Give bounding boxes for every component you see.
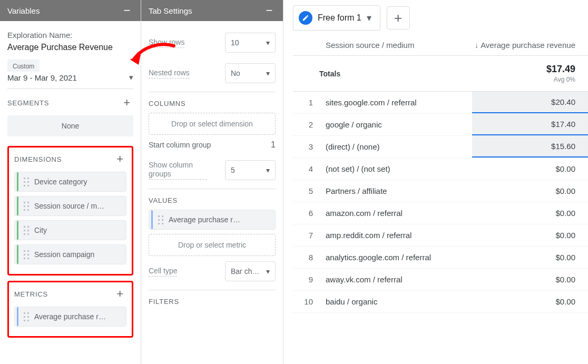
date-range-chip: Custom: [7, 60, 40, 72]
date-range-value: Mar 9 - Mar 9, 2021: [7, 73, 77, 82]
metric-pill[interactable]: Average purchase r…: [14, 307, 126, 327]
show-column-groups-row: Show column groups 5 ▾: [149, 155, 276, 185]
show-rows-select[interactable]: 10 ▾: [225, 33, 276, 53]
values-title: VALUES: [149, 196, 276, 204]
exploration-name-value[interactable]: Average Purchase Revenue: [7, 43, 133, 52]
dimension-pill[interactable]: City: [14, 220, 126, 240]
values-pill-label: Average purchase r…: [169, 215, 240, 224]
dimension-pill-label: Device category: [34, 178, 87, 186]
drag-handle-icon[interactable]: [23, 176, 30, 187]
table-row[interactable]: 10baidu / organic$0.00: [293, 291, 588, 313]
row-index: 2: [293, 120, 319, 129]
row-index: 9: [293, 275, 319, 284]
report-tab[interactable]: Free form 1 ▾: [293, 5, 380, 31]
nested-rows-row: Nested rows No ▾: [149, 58, 276, 88]
dimension-pill[interactable]: Device category: [14, 172, 126, 192]
dimensions-section-header: DIMENSIONS +: [14, 153, 126, 165]
tab-settings-panel: Tab Settings − Show rows 10 ▾ Nested row…: [141, 0, 283, 364]
row-metric-value: $17.40: [472, 114, 588, 135]
values-drop-zone[interactable]: Drop or select metric: [149, 234, 276, 256]
totals-label: Totals: [293, 70, 472, 78]
drag-handle-icon[interactable]: [23, 225, 30, 235]
show-rows-label: Show rows: [149, 38, 184, 48]
caret-down-icon: ▾: [266, 166, 270, 174]
segments-title: SEGMENTS: [7, 99, 49, 107]
row-dimension-value: (not set) / (not set): [319, 164, 472, 173]
add-dimension-button[interactable]: +: [114, 153, 126, 165]
table-row[interactable]: 8analytics.google.com / referral$0.00: [293, 247, 588, 269]
dimension-pill[interactable]: Session campaign: [14, 244, 126, 264]
row-metric-value: $15.60: [472, 136, 588, 158]
row-metric-value: $0.00: [472, 269, 588, 290]
data-rows: 1sites.google.com / referral$20.402googl…: [293, 92, 588, 313]
metric-pill-label: Average purchase r…: [34, 312, 106, 321]
drag-handle-icon[interactable]: [157, 214, 164, 225]
row-index: 4: [293, 164, 319, 173]
cell-type-select[interactable]: Bar ch… ▾: [225, 261, 276, 281]
row-dimension-value: (direct) / (none): [319, 142, 472, 151]
metrics-section-header: METRICS +: [14, 288, 126, 300]
pencil-icon[interactable]: [299, 11, 312, 25]
variables-panel: Variables − Exploration Name: Average Pu…: [0, 0, 141, 364]
table-row[interactable]: 3(direct) / (none)$15.60: [293, 136, 588, 158]
drag-handle-icon[interactable]: [23, 201, 30, 211]
table-row[interactable]: 2google / organic$17.40: [293, 114, 588, 136]
totals-row: Totals $17.49 Avg 0%: [293, 56, 588, 92]
add-tab-button[interactable]: +: [387, 6, 410, 29]
report-panel: Free form 1 ▾ + Session source / medium …: [283, 0, 588, 364]
show-column-groups-select[interactable]: 5 ▾: [225, 160, 276, 180]
start-column-group-label: Start column group: [149, 141, 211, 149]
caret-down-icon[interactable]: ▾: [367, 12, 371, 24]
caret-down-icon: ▾: [266, 38, 270, 47]
date-range-selector[interactable]: Mar 9 - Mar 9, 2021 ▾: [7, 72, 133, 89]
totals-sub: Avg 0%: [554, 76, 575, 83]
caret-down-icon: ▾: [266, 267, 270, 276]
dimensions-title: DIMENSIONS: [14, 155, 62, 163]
header-metric[interactable]: ↓ Average purchase revenue: [472, 41, 588, 50]
dimension-pill-label: City: [34, 226, 47, 234]
annotation-metrics-box: METRICS + Average purchase r…: [7, 281, 133, 338]
annotation-dimensions-box: DIMENSIONS + Device categorySession sour…: [7, 146, 133, 276]
nested-rows-select[interactable]: No ▾: [225, 63, 276, 83]
table-row[interactable]: 4(not set) / (not set)$0.00: [293, 158, 588, 180]
add-metric-button[interactable]: +: [114, 288, 126, 300]
divider: [149, 290, 276, 290]
row-dimension-value: baidu / organic: [319, 297, 472, 306]
divider: [149, 189, 276, 189]
columns-drop-zone[interactable]: Drop or select dimension: [149, 113, 276, 135]
row-dimension-value: Partners / affiliate: [319, 186, 472, 195]
report-table: Session source / medium ↓ Average purcha…: [293, 35, 588, 313]
table-row[interactable]: 5Partners / affiliate$0.00: [293, 180, 588, 202]
start-column-group-value[interactable]: 1: [271, 140, 276, 150]
table-row[interactable]: 6amazon.com / referral$0.00: [293, 202, 588, 224]
drag-handle-icon[interactable]: [23, 311, 30, 322]
row-index: 6: [293, 209, 319, 218]
table-row[interactable]: 9away.vk.com / referral$0.00: [293, 269, 588, 291]
dimension-pill[interactable]: Session source / m…: [14, 196, 126, 216]
show-rows-value: 10: [231, 38, 239, 47]
totals-value: $17.49: [546, 64, 575, 75]
dimensions-list: Device categorySession source / m…CitySe…: [14, 172, 126, 264]
row-dimension-value: away.vk.com / referral: [319, 275, 472, 284]
table-header-row: Session source / medium ↓ Average purcha…: [293, 35, 588, 56]
table-row[interactable]: 7amp.reddit.com / referral$0.00: [293, 224, 588, 247]
row-metric-value: $0.00: [472, 180, 588, 202]
minimize-tab-settings-button[interactable]: −: [263, 4, 276, 17]
minimize-variables-button[interactable]: −: [121, 4, 133, 17]
table-row[interactable]: 1sites.google.com / referral$20.40: [293, 92, 588, 114]
dimension-pill-label: Session source / m…: [34, 202, 104, 210]
drag-handle-icon[interactable]: [23, 249, 30, 260]
show-column-groups-value: 5: [231, 166, 235, 174]
row-metric-value: $0.00: [472, 202, 588, 224]
dimension-pill-label: Session campaign: [34, 250, 94, 259]
values-pill[interactable]: Average purchase r…: [149, 210, 276, 230]
row-index: 5: [293, 186, 319, 195]
metrics-list: Average purchase r…: [14, 307, 126, 327]
report-tab-bar: Free form 1 ▾ +: [293, 5, 588, 31]
tab-settings-header: Tab Settings −: [141, 0, 283, 21]
header-dimension[interactable]: Session source / medium: [319, 41, 472, 50]
row-dimension-value: amazon.com / referral: [319, 209, 472, 218]
segments-none[interactable]: None: [7, 115, 133, 136]
cell-type-label: Cell type: [149, 267, 177, 277]
add-segment-button[interactable]: +: [121, 96, 133, 109]
